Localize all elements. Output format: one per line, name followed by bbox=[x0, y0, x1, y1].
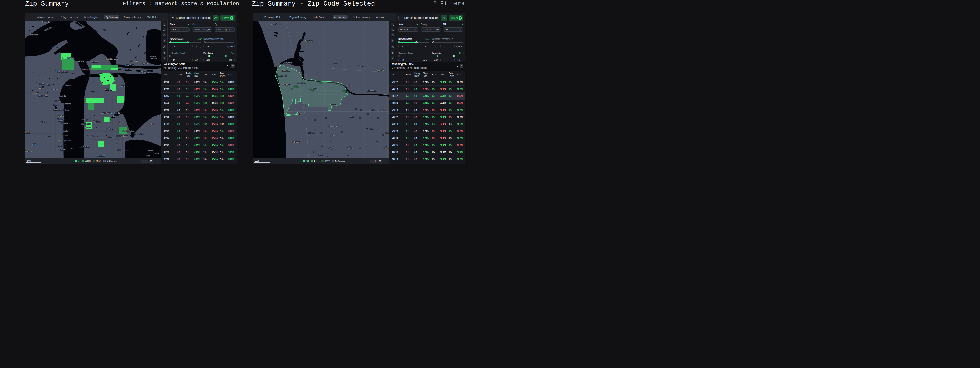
svg-text:Jackson: Jackson bbox=[107, 136, 113, 138]
svg-text:Chatham-Kent: Chatham-Kent bbox=[134, 133, 143, 135]
svg-text:Merrill: Merrill bbox=[39, 83, 44, 85]
svg-text:Ann Arbor: Ann Arbor bbox=[115, 135, 122, 137]
svg-text:Marshfield: Marshfield bbox=[31, 93, 38, 94]
svg-text:London: London bbox=[149, 123, 153, 125]
svg-text:South Blendon: South Blendon bbox=[380, 147, 389, 149]
svg-text:Blind River: Blind River bbox=[125, 64, 134, 66]
svg-text:West Bend: West Bend bbox=[57, 115, 64, 117]
svg-text:North Blendon: North Blendon bbox=[366, 128, 377, 130]
svg-text:Eastmanville: Eastmanville bbox=[368, 90, 377, 92]
svg-text:Escanaba: Escanaba bbox=[72, 72, 78, 74]
svg-text:Saginaw: Saginaw bbox=[113, 115, 119, 117]
svg-text:Flint: Flint bbox=[118, 122, 121, 125]
svg-text:Manistique: Manistique bbox=[82, 68, 90, 70]
svg-text:Dennison: Dennison bbox=[358, 65, 364, 67]
svg-text:Nunica: Nunica bbox=[333, 62, 338, 64]
svg-text:Wausau: Wausau bbox=[39, 87, 44, 89]
svg-text:Green Bay: Green Bay bbox=[59, 95, 66, 97]
svg-text:Harlem: Harlem bbox=[318, 154, 323, 156]
svg-text:Sheboygan: Sheboygan bbox=[63, 109, 70, 111]
svg-text:Township: Township bbox=[94, 121, 101, 123]
svg-text:Fond du Lac: Fond du Lac bbox=[53, 109, 62, 111]
svg-text:Detroit: Detroit bbox=[123, 135, 128, 137]
svg-text:Evanston: Evanston bbox=[64, 140, 71, 142]
svg-text:Sudbury: Sudbury bbox=[151, 58, 157, 60]
svg-text:Rockford: Rockford bbox=[46, 136, 52, 138]
svg-text:Fruitport: Fruitport bbox=[305, 40, 312, 42]
svg-text:Pearline: Pearline bbox=[378, 109, 385, 111]
svg-text:Madison: Madison bbox=[41, 121, 47, 123]
svg-text:Keshena: Keshena bbox=[52, 88, 58, 90]
svg-text:Traverse City: Traverse City bbox=[90, 91, 100, 93]
svg-text:Alpena: Alpena bbox=[120, 85, 125, 87]
svg-text:Marinette: Marinette bbox=[65, 84, 72, 86]
svg-text:Dubuque: Dubuque bbox=[25, 132, 30, 134]
svg-text:Port Sheldon: Port Sheldon bbox=[291, 141, 300, 143]
svg-text:Elliot Lake: Elliot Lake bbox=[129, 60, 138, 62]
svg-text:Olive Center: Olive Center bbox=[328, 134, 337, 136]
svg-text:Borculo: Borculo bbox=[347, 147, 353, 149]
svg-text:Muskegon: Muskegon bbox=[82, 118, 89, 120]
svg-text:Norton Shores: Norton Shores bbox=[270, 23, 280, 26]
svg-text:Oshkosh: Oshkosh bbox=[53, 104, 58, 106]
svg-text:Marquette: Marquette bbox=[67, 57, 75, 59]
svg-text:Grand Haven: Grand Haven bbox=[282, 70, 290, 72]
svg-text:Sterling Heights: Sterling Heights bbox=[123, 130, 135, 132]
svg-text:Falls: Falls bbox=[58, 120, 62, 122]
svg-text:Grand Rapids: Grand Rapids bbox=[81, 123, 91, 125]
svg-text:Davenport: Davenport bbox=[25, 150, 32, 152]
svg-text:Rusk: Rusk bbox=[350, 116, 353, 118]
svg-text:Rosy Mound: Rosy Mound bbox=[283, 84, 291, 86]
svg-text:Kenosha: Kenosha bbox=[62, 130, 68, 132]
svg-text:Thunder Bay: Thunder Bay bbox=[42, 21, 51, 23]
svg-text:Cleveland: Cleveland bbox=[147, 149, 154, 152]
svg-text:Kalamazoo: Kalamazoo bbox=[91, 135, 98, 137]
svg-text:Espanola: Espanola bbox=[141, 62, 148, 64]
svg-text:Ottawa Station: Ottawa Station bbox=[328, 125, 339, 127]
svg-text:Appleton: Appleton bbox=[54, 100, 61, 102]
svg-text:Allendale: Allendale bbox=[369, 110, 376, 112]
svg-text:Elgin: Elgin bbox=[58, 140, 62, 142]
svg-text:Antigo: Antigo bbox=[46, 84, 51, 86]
svg-text:Fort Wayne: Fort Wayne bbox=[97, 155, 105, 157]
svg-text:Clinton: Clinton bbox=[32, 143, 38, 145]
svg-text:Crisp: Crisp bbox=[328, 147, 332, 149]
svg-text:Holland: Holland bbox=[85, 126, 91, 129]
svg-text:Ottawa Center: Ottawa Center bbox=[344, 85, 355, 86]
svg-text:Stevens Point: Stevens Point bbox=[37, 95, 48, 97]
svg-text:Akron: Akron bbox=[146, 155, 150, 157]
svg-text:Gary: Gary bbox=[70, 147, 73, 149]
svg-text:Bay City: Bay City bbox=[115, 112, 121, 114]
svg-text:Michigan: Michigan bbox=[105, 88, 113, 91]
svg-text:Joliet: Joliet bbox=[60, 149, 65, 151]
svg-text:Waukegan: Waukegan bbox=[62, 134, 68, 136]
svg-text:West Olive: West Olive bbox=[307, 132, 315, 134]
svg-text:Wawa: Wawa bbox=[103, 29, 107, 31]
svg-text:Sault Ste. Marie: Sault Ste. Marie bbox=[105, 58, 118, 60]
svg-text:Houghton: Houghton bbox=[52, 46, 59, 48]
svg-text:Mount Pleasant: Mount Pleasant bbox=[101, 112, 112, 114]
svg-text:Newberry: Newberry bbox=[92, 61, 99, 63]
svg-text:South Bend: South Bend bbox=[82, 146, 90, 148]
svg-text:Snug Harbor: Snug Harbor bbox=[298, 82, 306, 84]
svg-text:Wikwemikong: Wikwemikong bbox=[140, 71, 149, 73]
svg-text:Kitch: Kitch bbox=[158, 115, 161, 117]
svg-text:Milwaukee: Milwaukee bbox=[61, 122, 68, 124]
svg-text:Lamont: Lamont bbox=[385, 93, 389, 96]
svg-text:Toledo: Toledo bbox=[117, 149, 121, 151]
svg-text:Ferrysburg: Ferrysburg bbox=[285, 62, 292, 64]
svg-text:Iron Mountain: Iron Mountain bbox=[57, 71, 68, 73]
svg-text:Highland Park: Highland Park bbox=[277, 75, 287, 77]
svg-text:Warren: Warren bbox=[154, 152, 159, 155]
svg-text:Manitowoc: Manitowoc bbox=[64, 103, 71, 105]
svg-text:Coopersville: Coopersville bbox=[375, 69, 385, 71]
svg-text:Munising: Munising bbox=[78, 60, 84, 62]
svg-text:Agnew: Agnew bbox=[298, 112, 302, 115]
svg-text:Lansing: Lansing bbox=[106, 127, 111, 130]
svg-text:Aurora: Aurora bbox=[57, 145, 62, 147]
svg-text:Grand Marais: Grand Marais bbox=[29, 34, 38, 36]
svg-text:Clark Corners: Clark Corners bbox=[308, 88, 318, 90]
svg-text:Robinson: Robinson bbox=[330, 104, 336, 106]
svg-text:Bauer: Bauer bbox=[386, 132, 389, 134]
